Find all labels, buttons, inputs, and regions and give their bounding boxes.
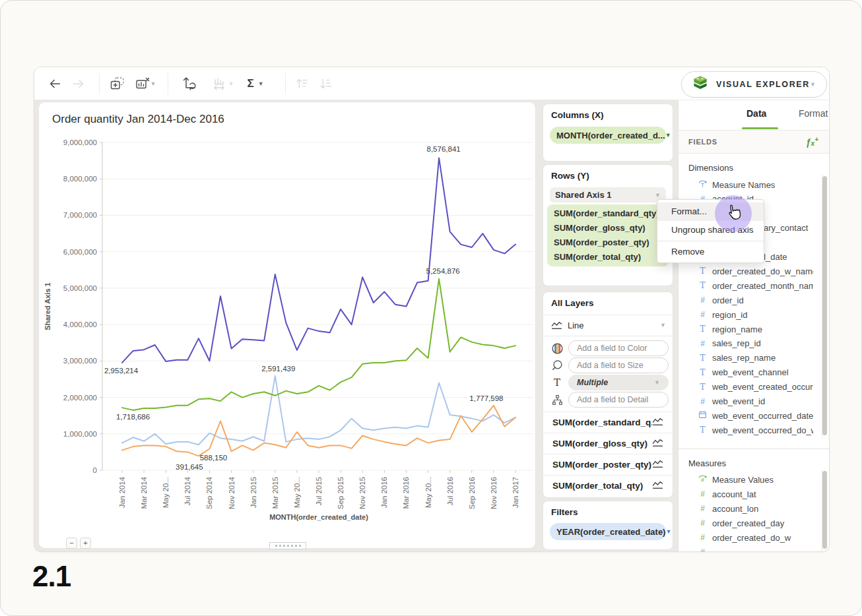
- field-item[interactable]: #web_event_id: [697, 394, 813, 409]
- zoom-out-button[interactable]: −: [66, 538, 77, 549]
- shelf-row-detail: Add a field to Detail: [547, 391, 669, 408]
- field-item[interactable]: Tsales_rep_name: [697, 351, 813, 365]
- resize-handle[interactable]: [269, 542, 306, 549]
- layer-measure-row[interactable]: SUM(order_gloss_qty): [543, 433, 673, 454]
- measures-label: Measures: [688, 458, 726, 468]
- toolbar-divider: [168, 73, 168, 94]
- number-field-icon: #: [697, 518, 708, 528]
- number-field-icon: #: [697, 339, 708, 348]
- field-item[interactable]: #order_id: [697, 293, 813, 307]
- layer-measure-row[interactable]: SUM(order_total_qty): [543, 475, 673, 496]
- shelf-dropzone-detail[interactable]: Add a field to Detail: [568, 392, 669, 408]
- field-label: order_created_month_name: [712, 281, 813, 291]
- shelf-dropzone-size[interactable]: Add a field to Size: [568, 357, 669, 373]
- x-tick-label: Jul 2016: [446, 477, 454, 505]
- chevron-down-icon: ▼: [665, 132, 671, 139]
- field-item[interactable]: #account_lon: [697, 501, 813, 516]
- columns-field-pill[interactable]: MONTH(order_created_d... ▼: [550, 127, 666, 144]
- number-field-icon: #: [697, 547, 708, 552]
- x-tick-label: Sep 2014: [205, 476, 213, 509]
- x-tick-label: Sep 2015: [337, 477, 345, 509]
- shelf-row-size: Add a field to Size: [547, 357, 669, 374]
- size-shelf-icon: [551, 359, 563, 371]
- x-tick-label: May 20...: [424, 477, 432, 508]
- field-item[interactable]: TMeasure Names: [697, 177, 813, 192]
- field-item[interactable]: Torder_created_month_name: [697, 278, 813, 293]
- panel-divider: [679, 448, 830, 449]
- y-tick-label: 0: [93, 466, 97, 474]
- shelf-dropzone-color[interactable]: Add a field to Color: [568, 340, 669, 356]
- bar-spacing-button: ▼: [207, 73, 239, 95]
- figure-caption: 2.1: [32, 560, 71, 593]
- swap-axes-button[interactable]: [178, 73, 201, 95]
- field-label: region_id: [712, 310, 748, 320]
- duplicate-chart-button[interactable]: [106, 73, 129, 95]
- shared-axis-dropdown[interactable]: Shared Axis 1 ▼: [550, 187, 666, 202]
- aggregate-button[interactable]: Σ ▼: [241, 73, 270, 95]
- field-label: account_lat: [712, 489, 756, 499]
- remove-chart-icon: [135, 76, 150, 92]
- x-tick-label: Nov 2015: [358, 477, 366, 509]
- field-item[interactable]: #region_id: [697, 307, 813, 322]
- field-item[interactable]: #order_created_do_w: [697, 530, 813, 545]
- dimensions-scrollbar-thumb[interactable]: [822, 176, 827, 435]
- field-item[interactable]: Tregion_name: [697, 322, 813, 336]
- chevron-down-icon: ▼: [258, 80, 264, 87]
- undo-button[interactable]: [44, 73, 66, 95]
- row-field-pill[interactable]: SUM(order_total_qty): [547, 250, 669, 264]
- field-item[interactable]: #account_lat: [697, 487, 813, 501]
- rows-panel-title: Rows (Y): [551, 171, 589, 181]
- menu-item-remove[interactable]: Remove: [657, 243, 764, 261]
- x-tick-label: Jul 2015: [315, 477, 323, 505]
- number-field-icon: #: [697, 310, 708, 319]
- y-tick-label: 8,000,000: [63, 175, 97, 183]
- field-item[interactable]: web_event_occurred_date: [697, 408, 813, 423]
- field-label: region_name: [712, 324, 762, 334]
- shared-axis-group: SUM(order_standard_qty)SUM(order_gloss_q…: [547, 204, 669, 266]
- calculated-field-icon[interactable]: ƒx+: [806, 136, 818, 148]
- visual-explorer-button[interactable]: VISUAL EXPLORER ▼: [681, 71, 827, 98]
- field-label: order_created_day: [712, 518, 784, 528]
- mark-type-dropdown[interactable]: Line ▼: [551, 317, 666, 333]
- shelf-value-text[interactable]: Multiple▼: [568, 375, 669, 390]
- tab-format[interactable]: Format: [799, 108, 828, 119]
- text-field-icon: T: [697, 266, 708, 276]
- tab-data[interactable]: Data: [746, 108, 766, 119]
- field-item[interactable]: Tweb_event_channel: [697, 365, 813, 380]
- line-chart: 01,000,0002,000,0003,000,0004,000,0005,0…: [39, 102, 535, 532]
- arrow-right-icon: [71, 77, 86, 91]
- data-point-label: 1,718,686: [116, 413, 150, 421]
- field-item[interactable]: #: [697, 545, 813, 552]
- layer-measure-row[interactable]: SUM(order_standard_q...: [543, 412, 673, 433]
- field-label: sales_rep_name: [712, 353, 776, 363]
- field-item[interactable]: #order_created_day: [697, 516, 813, 530]
- sigma-icon: Σ: [247, 77, 253, 90]
- filter-field-pill[interactable]: YEAR(order_created_date) ▼: [550, 523, 666, 540]
- field-item[interactable]: #Measure Values: [697, 472, 813, 487]
- remove-chart-button[interactable]: ▼: [129, 73, 161, 95]
- row-field-pill[interactable]: SUM(order_standard_qty): [547, 206, 669, 221]
- row-field-pill[interactable]: SUM(order_poster_qty): [547, 235, 669, 250]
- x-tick-label: Jan 2015: [249, 477, 257, 508]
- y-tick-label: 9,000,000: [63, 139, 97, 146]
- data-point-label: 2,953,214: [104, 367, 139, 375]
- app-window: ▼ ▼ Σ ▼: [34, 67, 830, 552]
- field-item[interactable]: Tweb_event_occurred_do_w_na...: [697, 423, 813, 437]
- number-field-icon: #: [697, 295, 708, 305]
- field-item[interactable]: Tweb_event_created_occurred...: [697, 380, 813, 394]
- data-point-label: 2,591,439: [261, 365, 295, 373]
- layer-measure-row[interactable]: SUM(order_poster_qty): [543, 454, 673, 475]
- measures-scrollbar-thumb[interactable]: [822, 471, 827, 549]
- field-label: order_created_do_w: [712, 533, 791, 543]
- fields-header-bar: FIELDS ƒx+: [679, 130, 830, 154]
- chart-card: Order quantity Jan 2014-Dec 2016 01,000,…: [38, 102, 536, 549]
- y-tick-label: 6,000,000: [63, 248, 97, 256]
- zoom-in-button[interactable]: +: [80, 538, 91, 549]
- field-item[interactable]: Torder_created_do_w_name: [697, 264, 813, 278]
- field-item[interactable]: #sales_rep_id: [697, 336, 813, 351]
- data-point-label: 1,777,598: [469, 394, 503, 402]
- field-label: sales_rep_id: [712, 338, 761, 348]
- row-field-pill[interactable]: SUM(order_gloss_qty): [547, 221, 669, 235]
- chevron-down-icon: ▼: [810, 81, 816, 88]
- all-layers-title: All Layers: [551, 298, 594, 308]
